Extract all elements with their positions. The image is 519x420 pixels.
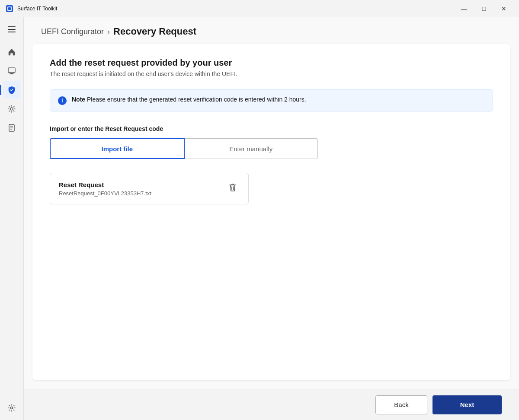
app-layout: UEFI Configurator › Recovery Request Add… [0,17,519,420]
svg-point-9 [10,108,13,110]
sidebar [0,17,24,420]
device-icon [7,67,16,75]
trash-icon [228,183,237,192]
next-button[interactable]: Next [432,395,502,414]
hamburger-icon [8,26,16,32]
note-body: Please ensure that the generated reset v… [85,96,306,103]
file-info: Reset Request ResetRequest_0F00YVL23353H… [59,181,151,197]
sidebar-item-device[interactable] [3,62,20,80]
app-title: Surface IT Toolkit [17,6,57,12]
breadcrumb-separator: › [107,27,110,36]
svg-rect-4 [8,29,16,30]
shield-icon [7,86,16,94]
file-card-title: Reset Request [59,181,151,188]
window-controls: — □ ✕ [454,2,514,16]
sidebar-item-settings[interactable] [3,399,20,417]
file-card: Reset Request ResetRequest_0F00YVL23353H… [50,173,249,204]
section-title: Add the reset request provided by your u… [50,58,493,68]
sidebar-hamburger-button[interactable] [3,21,20,38]
tools-icon [7,105,16,113]
note-text: Note Please ensure that the generated re… [72,96,306,103]
content-panel: Add the reset request provided by your u… [32,44,510,380]
sidebar-item-uefi[interactable] [3,81,20,99]
app-icon [5,4,14,13]
settings-icon [7,404,16,412]
title-bar: Surface IT Toolkit — □ ✕ [0,0,519,17]
sidebar-item-home[interactable] [3,43,20,60]
section-subtitle: The reset request is initiated on the en… [50,70,493,77]
toggle-buttons: Import file Enter manually [50,138,318,159]
sidebar-bottom [3,399,20,417]
note-box: i Note Please ensure that the generated … [50,89,493,111]
svg-rect-6 [8,68,15,73]
svg-rect-2 [8,7,11,10]
import-file-button[interactable]: Import file [50,138,185,159]
svg-rect-3 [8,26,16,27]
sidebar-item-reports[interactable] [3,119,20,137]
sidebar-item-tools[interactable] [3,100,20,118]
footer-area: Back Next [24,389,519,420]
home-icon [7,48,16,56]
note-label: Note [72,96,85,103]
reports-icon [7,124,16,132]
title-bar-left: Surface IT Toolkit [5,4,57,13]
back-button[interactable]: Back [375,395,427,414]
breadcrumb: UEFI Configurator › Recovery Request [24,17,519,44]
main-area: UEFI Configurator › Recovery Request Add… [24,17,519,420]
import-label: Import or enter the Reset Request code [50,125,493,132]
svg-rect-5 [8,32,16,32]
svg-point-14 [11,407,13,409]
info-icon: i [58,96,67,105]
minimize-button[interactable]: — [454,2,474,16]
file-card-filename: ResetRequest_0F00YVL23353H7.txt [59,190,151,197]
delete-file-button[interactable] [226,180,240,197]
breadcrumb-parent: UEFI Configurator [41,27,104,36]
close-button[interactable]: ✕ [494,2,514,16]
enter-manually-button[interactable]: Enter manually [185,138,318,159]
breadcrumb-current: Recovery Request [113,26,196,37]
maximize-button[interactable]: □ [474,2,494,16]
